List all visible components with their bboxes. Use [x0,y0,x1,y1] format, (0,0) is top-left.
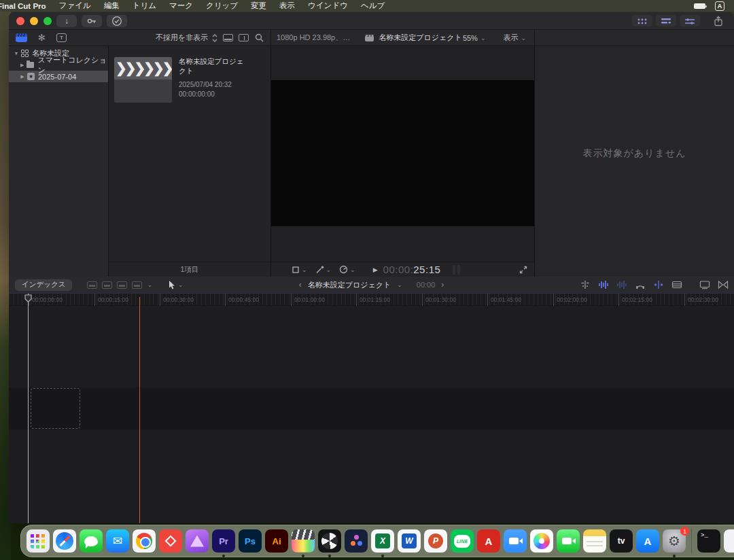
menu-view[interactable]: 表示 [279,1,295,11]
clip-appearance-icon[interactable] [671,280,682,290]
input-source-icon[interactable]: A [715,1,724,11]
background-tasks-button[interactable] [107,15,127,27]
keyword-editor-button[interactable] [82,15,102,27]
show-browser-button[interactable] [632,15,652,27]
menu-trim[interactable]: トリム [133,1,156,11]
index-button[interactable]: インデックス [15,279,72,291]
audio-monitor-icon[interactable] [635,280,646,290]
dock-icon-excel[interactable]: X [371,529,394,553]
skimming-icon[interactable] [580,280,591,290]
snapping-icon[interactable] [653,280,664,290]
dock-icon-acrobat[interactable]: A [477,529,500,553]
menu-edit[interactable]: 編集 [104,1,120,11]
transitions-browser-icon[interactable] [718,280,729,290]
dock-icon-anydesk[interactable] [159,529,182,553]
dock-icon-davinci-resolve[interactable] [345,529,368,553]
import-media-button[interactable]: ↓ [56,15,77,27]
list-view-icon[interactable] [239,34,249,41]
dock-icon-mail[interactable]: ✉ [106,529,129,553]
dock-icon-illustrator[interactable]: Ai [265,529,288,553]
titles-generators-icon[interactable]: T [56,33,67,42]
dock-icon-safari[interactable] [53,529,76,553]
project-thumbnail[interactable]: ❯❯❯❯❯❯❯ [114,57,172,103]
menu-mark[interactable]: マーク [169,1,193,11]
disclosure-closed-icon[interactable]: ▶ [20,74,25,80]
photos-audio-sidebar-icon[interactable]: ✻ [38,33,46,42]
dock-icon-photos[interactable] [530,529,553,553]
viewer-zoom-dropdown[interactable]: 55% ⌄ [463,34,486,42]
dock-icon-powerpoint[interactable]: P [424,529,447,553]
dock-icon-line[interactable]: LINE [451,529,474,553]
show-timeline-button[interactable] [656,15,676,27]
dock-icon-affinity-photo[interactable] [186,529,209,553]
fullscreen-button[interactable] [519,266,527,274]
show-inspector-button[interactable] [680,15,700,27]
dock-icon-apple-tv[interactable]: tv [610,529,633,553]
chevron-down-icon: ⌄ [350,266,355,273]
clip-filter-dropdown[interactable]: 不採用を非表示 [156,33,217,43]
sidebar-item-smart-collection[interactable]: ▶ スマートコレクション [9,59,108,71]
menu-file[interactable]: ファイル [59,1,91,11]
dock-icon-terminal[interactable]: >_ [697,529,720,553]
dock-icon-zoom[interactable] [504,529,527,553]
battery-icon[interactable] [694,3,705,9]
clip-name[interactable]: 名称未設定プロジェクト [179,57,245,76]
dock-icon-facetime[interactable] [557,529,580,553]
disclosure-open-icon[interactable]: ▼ [14,51,19,56]
search-button[interactable] [255,33,264,42]
dock: ✉ Pr Ps Ai X W P LINE A tv A ⚙1 >_ [20,525,734,557]
chevron-down-icon[interactable]: ⌄ [397,281,402,288]
chevron-down-icon[interactable]: ⌄ [147,281,152,288]
append-edit-icon[interactable] [117,281,127,289]
timeline-project-name[interactable]: 名称未設定プロジェクト [308,280,391,290]
dock-icon-premiere-pro[interactable]: Pr [212,529,235,553]
zoom-button[interactable] [43,17,52,25]
primary-storyline-lane[interactable] [9,387,734,430]
dock-icon-messages[interactable] [80,529,103,553]
solo-icon[interactable] [616,280,627,290]
menu-window[interactable]: ウインドウ [308,1,348,11]
play-button[interactable]: ▶ [373,266,378,273]
close-button[interactable] [16,17,24,25]
dock-icon-photoshop[interactable]: Ps [239,529,262,553]
menu-modify[interactable]: 変更 [251,1,266,11]
menu-help[interactable]: ヘルプ [361,1,385,11]
retime-dropdown[interactable]: ⌄ [339,265,355,274]
share-button[interactable] [710,15,727,27]
overwrite-edit-icon[interactable] [132,281,142,289]
previous-project-button[interactable]: ‹ [299,280,302,290]
dock-icon-finder[interactable] [724,529,734,553]
empty-storyline-placeholder[interactable] [31,388,80,429]
dock-icon-obs[interactable] [318,529,341,553]
filmstrip-view-icon[interactable] [223,34,233,41]
dock-icon-chrome[interactable] [133,529,156,553]
disclosure-closed-icon[interactable]: ▶ [20,63,24,68]
enhancements-dropdown[interactable]: ⌄ [315,266,332,274]
timeline-ruler[interactable]: 00:00:00:00 00:00:15:00 00:00:30:00 00:0… [9,294,734,306]
playhead-marker-icon[interactable] [24,294,32,302]
transform-crop-dropdown[interactable]: ⌄ [292,266,307,274]
dock-icon-settings[interactable]: ⚙1 [663,529,686,553]
next-project-button[interactable]: › [441,280,444,290]
minimize-button[interactable] [30,17,38,25]
dock-icon-launchpad[interactable] [27,529,50,553]
menu-clip[interactable]: クリップ [206,1,238,11]
audio-meters[interactable] [453,265,460,275]
viewer-view-dropdown[interactable]: 表示 ⌄ [503,33,526,43]
project-format-info[interactable]: 1080p HD 23.98p、… [277,33,350,43]
video-canvas[interactable] [271,80,534,226]
effects-browser-icon[interactable] [699,280,710,290]
insert-edit-icon[interactable] [102,281,112,289]
dock-icon-app-store[interactable]: A [636,529,659,553]
tool-selector[interactable]: ⌄ [169,281,184,290]
audio-skimming-icon[interactable] [598,280,609,290]
dock-icon-word[interactable]: W [398,529,421,553]
connect-edit-icon[interactable] [87,281,97,289]
dock-icon-notes[interactable] [583,529,606,553]
timeline-pane[interactable]: 00:00:00:00 00:00:15:00 00:00:30:00 00:0… [9,294,734,523]
dock-icon-final-cut-pro[interactable] [292,529,315,553]
show-libraries-icon[interactable] [16,33,27,42]
playhead-line[interactable] [28,294,29,523]
menu-app-name[interactable]: Final Cut Pro [0,2,46,10]
project-clip-card[interactable]: ❯❯❯❯❯❯❯ 名称未設定プロジェクト 2025/07/04 20:32 00:… [114,57,245,103]
